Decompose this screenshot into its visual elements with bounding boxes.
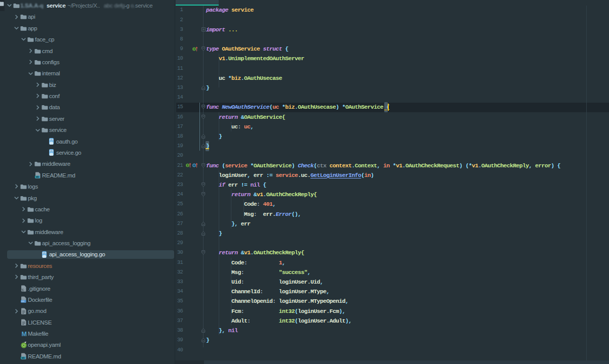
svg-text:MD: MD [35, 176, 39, 178]
svg-text:M: M [21, 331, 26, 337]
svg-text:MD: MD [21, 357, 25, 359]
